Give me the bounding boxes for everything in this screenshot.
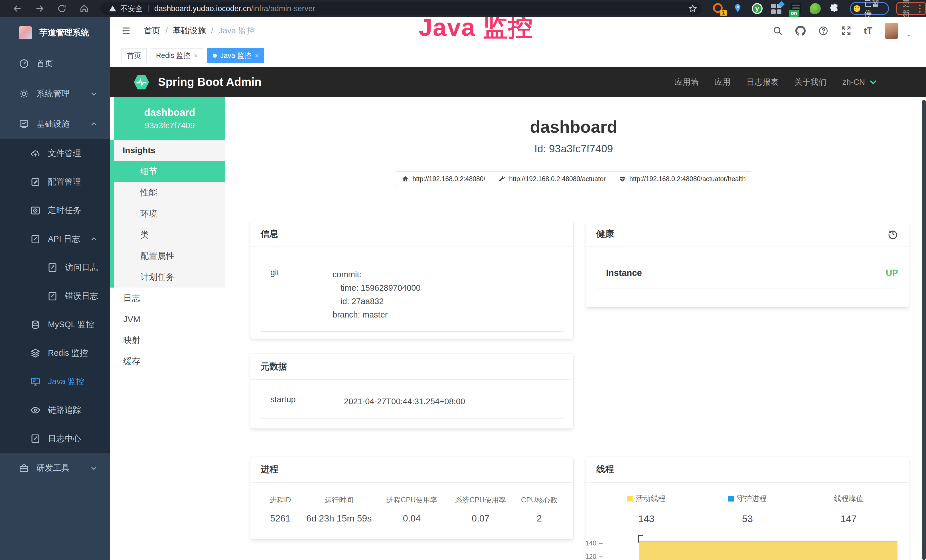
breadcrumb-separator: / bbox=[165, 26, 168, 35]
extension-orange-icon[interactable]: 1 bbox=[713, 3, 724, 14]
system-cpu: 0.07 bbox=[446, 513, 515, 524]
sidebar-item-tracing[interactable]: 链路追踪 bbox=[0, 396, 110, 424]
pin-extension-icon[interactable] bbox=[732, 3, 743, 14]
sba-item-scheduled-tasks[interactable]: 计划任务 bbox=[114, 266, 225, 288]
sidebar-collapse-icon[interactable] bbox=[121, 26, 132, 36]
github-icon[interactable] bbox=[795, 26, 806, 36]
fullscreen-icon[interactable] bbox=[841, 26, 851, 36]
grid-extension-icon[interactable] bbox=[771, 3, 782, 14]
help-icon[interactable] bbox=[818, 26, 828, 36]
sba-item-config-props[interactable]: 配置属性 bbox=[114, 245, 225, 266]
close-icon[interactable]: × bbox=[194, 51, 198, 60]
sidebar-item-redis[interactable]: Redis 监控 bbox=[0, 339, 110, 368]
metadata-row-value: 2021-04-27T00:44:31.254+08:00 bbox=[344, 395, 562, 408]
sba-nav-wall[interactable]: 应用墙 bbox=[675, 77, 699, 88]
sba-item-logging[interactable]: 日志 bbox=[110, 288, 225, 309]
sba-locale-select[interactable]: zh-CN bbox=[843, 77, 878, 87]
user-avatar[interactable] bbox=[885, 23, 898, 39]
browser-menu-icon[interactable] bbox=[917, 5, 922, 12]
sba-item-environment[interactable]: 环境 bbox=[114, 203, 225, 224]
sidebar-item-label: 文件管理 bbox=[48, 148, 81, 159]
home-icon bbox=[401, 175, 409, 183]
sba-item-classes[interactable]: 类 bbox=[114, 224, 225, 245]
sba-item-jvm[interactable]: JVM bbox=[110, 309, 225, 330]
breadcrumb-infra[interactable]: 基础设施 bbox=[173, 25, 206, 36]
sidebar-item-files[interactable]: 文件管理 bbox=[0, 139, 110, 168]
sba-item-metrics[interactable]: 性能 bbox=[114, 182, 225, 203]
scrollbar[interactable] bbox=[922, 100, 926, 560]
puzzle-extensions-icon[interactable] bbox=[829, 3, 840, 14]
sba-item-details[interactable]: 细节 bbox=[114, 161, 225, 182]
y-tick: 120 bbox=[577, 553, 602, 560]
sba-section-label: Insights bbox=[114, 140, 225, 161]
sba-insights-section: Insights 细节 性能 环境 类 配置属性 计划任务 bbox=[110, 140, 225, 288]
sba-brand[interactable]: Spring Boot Admin bbox=[132, 73, 262, 91]
browser-update-button[interactable]: 更新 bbox=[896, 2, 926, 15]
info-row-label: git bbox=[261, 268, 333, 321]
sidebar-item-config[interactable]: 配置管理 bbox=[0, 168, 110, 196]
tampermonkey-extension-icon[interactable]: on bbox=[791, 3, 801, 14]
process-col-header: CPU核心数 bbox=[515, 495, 563, 505]
tab-label: 首页 bbox=[127, 51, 141, 60]
tab-redis-monitor[interactable]: Redis 监控 × bbox=[151, 48, 203, 63]
health-url-button[interactable]: http://192.168.0.2:48080/actuator/health bbox=[612, 171, 752, 186]
actuator-url-button[interactable]: http://192.168.0.2:48080/actuator bbox=[492, 171, 612, 186]
sba-nav-about[interactable]: 关于我们 bbox=[794, 77, 826, 88]
breadcrumb-home[interactable]: 首页 bbox=[144, 25, 160, 36]
sidebar-item-java-monitor[interactable]: Java 监控 bbox=[0, 368, 110, 396]
tab-home[interactable]: 首页 bbox=[121, 48, 147, 63]
legend-daemon: 守护进程 bbox=[697, 493, 798, 504]
scrollbar-thumb[interactable] bbox=[922, 100, 926, 560]
sba-brand-title: Spring Boot Admin bbox=[158, 76, 262, 88]
bookmark-star-icon[interactable] bbox=[688, 4, 697, 13]
caret-down-icon[interactable] bbox=[905, 33, 912, 39]
home-icon[interactable] bbox=[79, 4, 89, 14]
sidebar-item-access-log[interactable]: 访问日志 bbox=[0, 253, 110, 282]
schedule-icon bbox=[30, 206, 41, 216]
monitor-chart-icon bbox=[19, 119, 29, 129]
forward-icon[interactable] bbox=[35, 4, 44, 14]
font-size-icon[interactable]: tT bbox=[864, 26, 872, 36]
reload-icon[interactable] bbox=[57, 4, 67, 14]
doc-edit-icon bbox=[47, 262, 57, 273]
sba-item-caches[interactable]: 缓存 bbox=[110, 351, 225, 372]
chevron-up-icon bbox=[90, 120, 98, 128]
sidebar-item-label: Java 监控 bbox=[48, 376, 84, 387]
sidebar-item-dev-tools[interactable]: 研发工具 bbox=[0, 453, 110, 483]
sba-instance-header[interactable]: dashboard 93a3fc7f7409 bbox=[114, 97, 225, 140]
sba-nav-applications[interactable]: 应用 bbox=[715, 77, 731, 88]
sidebar-item-infra[interactable]: 基础设施 bbox=[0, 109, 110, 139]
sba-navbar: Spring Boot Admin 应用墙 应用 日志报表 关于我们 zh-CN bbox=[110, 67, 926, 97]
address-bar[interactable]: 不安全 dashboard.yudao.iocoder.cn /infra/ad… bbox=[100, 2, 702, 15]
sba-item-mappings[interactable]: 映射 bbox=[110, 330, 225, 351]
sidebar-item-error-log[interactable]: 错误日志 bbox=[0, 282, 110, 310]
sidebar-item-log-center[interactable]: 日志中心 bbox=[0, 424, 110, 453]
leaf-extension-icon[interactable] bbox=[810, 3, 821, 14]
back-icon[interactable] bbox=[12, 4, 22, 14]
close-icon[interactable]: × bbox=[255, 51, 259, 60]
search-icon[interactable] bbox=[773, 26, 783, 36]
app-logo[interactable]: 芋道管理系统 bbox=[0, 17, 110, 48]
sidebar-item-api-log[interactable]: API 日志 bbox=[0, 225, 110, 253]
update-label: 更新 bbox=[902, 0, 913, 18]
sidebar-item-mysql[interactable]: MySQL 监控 bbox=[0, 310, 110, 339]
sidebar-item-jobs[interactable]: 定时任务 bbox=[0, 196, 110, 225]
git-commit-line: commit: bbox=[333, 268, 562, 281]
instance-id: 93a3fc7f7409 bbox=[145, 121, 195, 130]
history-icon[interactable] bbox=[887, 228, 899, 240]
breadcrumb-separator: / bbox=[211, 26, 213, 35]
url-host: dashboard.yudao.iocoder.cn bbox=[154, 4, 251, 13]
sba-nav-journal[interactable]: 日志报表 bbox=[747, 77, 779, 88]
layers-icon bbox=[30, 348, 41, 358]
sidebar-item-system[interactable]: 系统管理 bbox=[0, 79, 110, 109]
tab-java-monitor[interactable]: Java 监控 × bbox=[207, 48, 264, 63]
log-icon bbox=[30, 234, 41, 244]
cloud-upload-icon bbox=[30, 148, 41, 159]
y-extension-icon[interactable]: y bbox=[752, 3, 763, 14]
service-url-button[interactable]: http://192.168.0.2:48080/ bbox=[395, 171, 492, 186]
sidebar-item-home[interactable]: 首页 bbox=[0, 48, 110, 79]
threads-peak-value: 147 bbox=[798, 513, 899, 524]
chevron-down-icon bbox=[90, 90, 98, 98]
card-title: 元数据 bbox=[261, 360, 287, 372]
paused-extension-button[interactable]: 已暂停 bbox=[850, 2, 889, 15]
